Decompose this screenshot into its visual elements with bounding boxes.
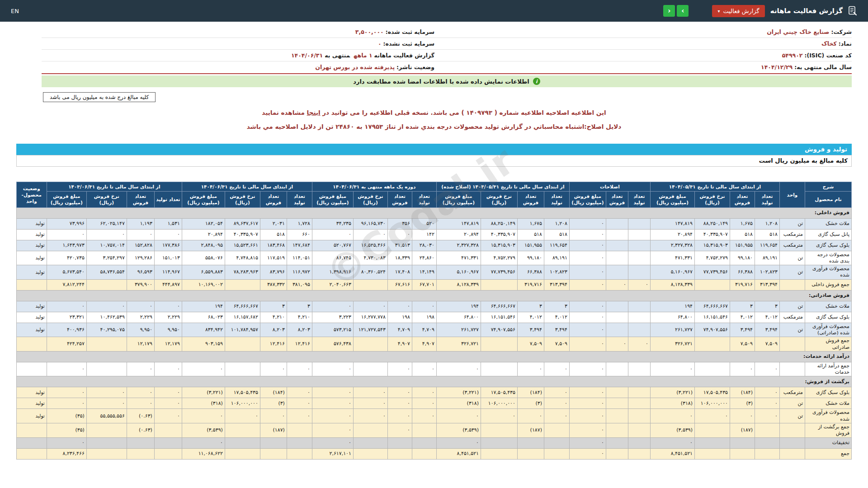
value-cell: ۰: [412, 398, 436, 409]
value-cell: [606, 387, 628, 398]
value-cell: ۰: [86, 301, 127, 312]
value-cell: ۰: [755, 362, 780, 376]
value-cell: ۳۱۳,۳۹۴: [544, 279, 569, 290]
value-cell: ۱۶,۲۷۷,۷۷۸: [353, 312, 387, 323]
info-value: ۱۴۰۴/۱۲/۲۹: [761, 64, 793, 70]
company-info-section: شرکت:صنايع خاک چيني ايراننماد:کخاککد صنع…: [42, 26, 852, 74]
report-type-label: گزارش فعالیت: [723, 8, 759, 14]
value-cell: ۱۰,۴۶۲,۵۳۹: [86, 312, 127, 323]
english-link[interactable]: EN: [11, 8, 19, 14]
report-type-button[interactable]: گزارش فعالیت ▾: [712, 5, 764, 17]
status-cell: تولید: [16, 229, 47, 240]
value-cell: [225, 437, 260, 448]
value-cell: [225, 337, 260, 352]
section-label: فروش داخلی:: [16, 207, 851, 218]
value-cell: ۰: [47, 301, 86, 312]
value-cell: ۱۵۱,۰۱۳: [154, 251, 182, 265]
value-cell: [481, 448, 517, 459]
value-cell: ۴۲۴,۲۵۷: [47, 337, 86, 352]
column-header: تعداد فروش: [260, 192, 287, 207]
unit-cell: [780, 448, 805, 459]
value-cell: ۲,۳۲۷,۳۲۸: [436, 240, 481, 251]
section-label: برگشت از فروش:: [16, 376, 851, 387]
amounts-note: کلیه مبالغ به میلیون ریال است: [16, 155, 852, 167]
column-header: مبلغ فروش (میلیون ریال): [47, 192, 86, 207]
value-cell: ۶۷,۶۱۶: [387, 279, 412, 290]
unit-cell: مترمکعب: [780, 312, 805, 323]
value-cell: ۰: [436, 362, 481, 376]
value-cell: [353, 362, 387, 376]
column-header: تعداد فروش: [730, 192, 755, 207]
info-row: سال مالی منتهی به:۱۴۰۴/۱۲/۲۹: [434, 61, 852, 73]
value-cell: [606, 312, 628, 323]
value-cell: ۲,۸۴۸,۰۹۵: [182, 240, 225, 251]
value-cell: ۰: [412, 301, 436, 312]
value-cell: ۶۴,۸۰۰: [650, 312, 694, 323]
table-row: جمع۸,۴۵۱,۵۲۱۰۸,۴۵۱,۵۲۱۲,۶۱۷,۱۰۱۱۱,۰۶۸,۶۲…: [16, 448, 851, 459]
value-cell: ۰: [569, 229, 606, 240]
group-header: از ابتدای سال مالی تا تاریخ ۱۴۰۴/۰۵/۳۱ (…: [436, 182, 569, 192]
production-sales-table: شرحواحداز ابتدای سال مالی تا تاریخ ۱۴۰۴/…: [16, 182, 852, 460]
value-cell: ۱۲۱,۷۲۷,۵۴۳: [353, 323, 387, 337]
column-header: تعداد تولید: [412, 192, 436, 207]
product-name-cell: جمع: [805, 448, 852, 459]
unit-cell: مترمکعب: [780, 240, 805, 251]
value-cell: ۱,۶۴۳,۹۷۳: [47, 240, 86, 251]
value-cell: ۱۹۴: [650, 301, 694, 312]
value-cell: ۱۶,۱۵۷,۶۸۲: [225, 312, 260, 323]
value-cell: ۰: [47, 437, 86, 448]
value-cell: ۱۶,۵۲۵,۴۶۶: [353, 240, 387, 251]
value-cell: ۰: [287, 387, 312, 398]
value-cell: ۱۸۳,۴۶۸: [260, 240, 287, 251]
value-cell: ۱۱,۰۶۸,۶۲۲: [182, 448, 225, 459]
value-cell: ۱۲,۴۱۶: [287, 337, 312, 352]
value-cell: [412, 437, 436, 448]
info-value: ۵۴۹۹۰۲: [782, 52, 803, 59]
value-cell: ۲۰,۸۹۴: [436, 229, 481, 240]
value-cell: ۰: [569, 437, 606, 448]
value-cell: ۲۸,۰۳۰: [412, 240, 436, 251]
value-cell: [606, 362, 628, 376]
value-cell: ۷,۵۰۹: [544, 337, 569, 352]
unit-cell: [780, 437, 805, 448]
value-cell: ۷۷,۷۳۹,۴۵۶: [695, 265, 730, 280]
value-cell: [353, 423, 387, 438]
value-cell: ۱۲,۱۷۹: [154, 337, 182, 352]
nav-arrow-right-button[interactable]: ›: [677, 5, 689, 17]
value-cell: [606, 398, 628, 409]
value-cell: ۱۰,۷۵۷,۰۱۴: [86, 240, 127, 251]
column-header: تعداد تولید: [755, 192, 780, 207]
value-cell: ۰: [544, 362, 569, 376]
value-cell: ۰: [569, 337, 606, 352]
value-cell: ۰: [730, 362, 755, 376]
section-row: درآمد ارائه خدمات:: [16, 351, 851, 362]
value-cell: [628, 409, 650, 423]
nav-arrow-left-button[interactable]: ‹: [663, 5, 675, 17]
amendment-notice: این اطلاعیه اصلاحیه اطلاعیه شماره ( ۱۴۰۹…: [0, 109, 868, 116]
group-header: از ابتدای سال مالی تا تاریخ ۱۴۰۴/۰۶/۳۱: [182, 182, 312, 192]
value-cell: ۶۲,۰۲۵,۱۴۷: [86, 218, 127, 229]
company-info-left: سرمایه ثبت شده:۳,۵۰۰,۰۰۰سرمایه ثبت نشده:…: [42, 26, 434, 73]
value-cell: [628, 423, 650, 438]
column-header: تعداد فروش: [606, 192, 628, 207]
column-header: تعداد تولید: [628, 192, 650, 207]
value-cell: ۲۰,۸۹۴: [650, 229, 694, 240]
value-cell: [225, 448, 260, 459]
value-cell: ۰: [569, 279, 606, 290]
status-cell: [16, 437, 47, 448]
value-cell: (۳,۵۳۹): [182, 423, 225, 438]
column-header: تعداد تولید: [544, 192, 569, 207]
value-cell: [606, 229, 628, 240]
value-cell: [225, 279, 260, 290]
value-cell: ۴,۹۰۷: [387, 337, 412, 352]
value-cell: (۱۸۴): [730, 387, 755, 398]
value-cell: [353, 448, 387, 459]
value-cell: ۰: [628, 337, 650, 352]
value-cell: ۴,۷۰۹: [387, 323, 412, 337]
value-cell: ۴,۰۱۲: [544, 312, 569, 323]
previous-version-link[interactable]: اینجا: [307, 109, 321, 116]
value-cell: ۰: [569, 251, 606, 265]
value-cell: ۴۰۰,۹۳۶: [47, 323, 86, 337]
value-cell: [730, 448, 755, 459]
value-cell: ۹۹,۱۸۰: [517, 251, 544, 265]
